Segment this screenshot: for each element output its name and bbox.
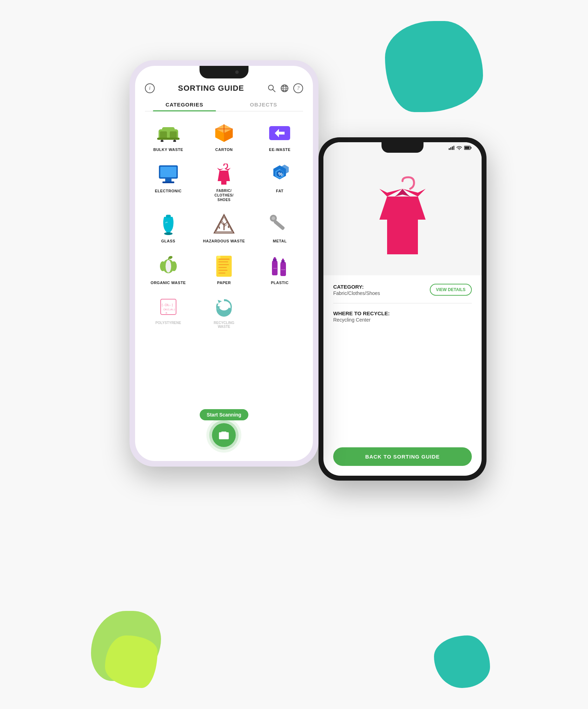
- tabs: CATEGORIES OBJECTS: [145, 98, 303, 111]
- paper-icon: [212, 254, 236, 278]
- category-polystyrene-partial[interactable]: [-CH₂-] CH(C₆H₅) n POLYSTYRENE: [142, 295, 194, 329]
- svg-rect-30: [160, 167, 176, 177]
- polystyrene-label: POLYSTYRENE: [155, 321, 181, 325]
- tab-categories[interactable]: CATEGORIES: [145, 98, 224, 111]
- category-row: CATEGORY: Fabric/Clothes/Shoes VIEW DETA…: [333, 284, 472, 296]
- recycling-icon: [212, 295, 236, 319]
- phone1-screen: i SORTING GUIDE ?: [135, 66, 313, 461]
- category-carton[interactable]: CARTON: [198, 118, 250, 156]
- category-recycling-partial[interactable]: RECYCLINGWASTE: [198, 295, 250, 329]
- svg-text:n: n: [166, 311, 167, 315]
- category-fat[interactable]: % FAT: [254, 159, 306, 206]
- back-to-sorting-guide-button[interactable]: BACK TO SORTING GUIDE: [333, 447, 472, 466]
- divider: [333, 303, 472, 303]
- svg-rect-57: [218, 261, 228, 262]
- category-info: CATEGORY: Fabric/Clothes/Shoes: [333, 284, 380, 296]
- globe-icon[interactable]: [280, 84, 289, 93]
- phone2-status-bar: [449, 146, 472, 150]
- recycle-value: Recycling Center: [333, 317, 472, 323]
- svg-rect-2: [452, 146, 453, 150]
- phone1-notch: [200, 66, 248, 78]
- categories-grid: BULKY WASTE CARTON: [135, 111, 313, 295]
- electronic-icon: [156, 163, 180, 186]
- svg-rect-60: [218, 270, 227, 271]
- svg-rect-49: [273, 220, 285, 230]
- svg-rect-15: [160, 131, 167, 138]
- svg-point-48: [272, 216, 275, 220]
- bulky-waste-icon: [156, 121, 180, 145]
- svg-rect-1: [450, 147, 451, 150]
- svg-rect-64: [274, 257, 276, 259]
- polystyrene-icon: [-CH₂-] CH(C₆H₅) n: [156, 295, 180, 319]
- organic-label: ORGANIC WASTE: [150, 280, 186, 285]
- recycle-row: WHERE TO RECYCLE: Recycling Center: [333, 310, 472, 323]
- view-details-button[interactable]: VIEW DETAILS: [430, 284, 472, 296]
- info-icon[interactable]: i: [145, 83, 155, 93]
- category-plastic[interactable]: PLASTIC: [254, 251, 306, 289]
- metal-icon: [268, 213, 292, 236]
- tab-objects[interactable]: OBJECTS: [224, 98, 303, 111]
- svg-text:[-CH₂-]: [-CH₂-]: [161, 304, 173, 307]
- svg-rect-69: [161, 299, 176, 315]
- svg-point-39: [164, 232, 173, 235]
- scene: CATEGORY: Fabric/Clothes/Shoes VIEW DETA…: [102, 39, 486, 670]
- svg-rect-31: [165, 179, 172, 181]
- camera-fab-button[interactable]: [212, 423, 236, 447]
- tshirt-image: [364, 170, 441, 261]
- svg-point-53: [166, 260, 171, 273]
- hazardous-icon: [212, 213, 236, 236]
- svg-rect-38: [166, 215, 171, 218]
- svg-text:CH(C₆H₅): CH(C₆H₅): [163, 308, 175, 311]
- svg-line-8: [273, 89, 275, 92]
- plastic-icon: [268, 254, 292, 278]
- electronic-label: ELECTRONIC: [155, 188, 182, 193]
- category-ee-waste[interactable]: EE-WASTE: [254, 118, 306, 156]
- phone2-screen: CATEGORY: Fabric/Clothes/Shoes VIEW DETA…: [323, 142, 482, 476]
- svg-rect-62: [217, 256, 220, 259]
- battery-icon: [464, 146, 472, 150]
- organic-icon: [156, 254, 180, 278]
- svg-rect-32: [162, 181, 174, 183]
- category-value: Fabric/Clothes/Shoes: [333, 290, 380, 296]
- category-electronic[interactable]: ELECTRONIC: [142, 159, 194, 206]
- phone2-notch: [382, 142, 424, 153]
- phone2: CATEGORY: Fabric/Clothes/Shoes VIEW DETA…: [318, 137, 486, 481]
- fabric-icon: [212, 163, 236, 186]
- phone1-notch-dot: [235, 70, 239, 74]
- question-icon[interactable]: ?: [293, 83, 303, 93]
- category-glass[interactable]: GLASS: [142, 209, 194, 247]
- search-icon[interactable]: [267, 84, 276, 92]
- category-organic[interactable]: ORGANIC WASTE: [142, 251, 194, 289]
- glass-icon: [156, 213, 180, 236]
- svg-rect-0: [449, 148, 450, 150]
- partial-items-row: [-CH₂-] CH(C₆H₅) n POLYSTYRENE: [135, 295, 313, 329]
- svg-rect-5: [465, 147, 470, 149]
- svg-rect-66: [282, 259, 284, 261]
- header-icons: ?: [267, 83, 303, 93]
- ee-waste-icon: [268, 121, 292, 145]
- svg-rect-6: [471, 147, 472, 149]
- category-label: CATEGORY:: [333, 284, 380, 290]
- svg-rect-19: [161, 140, 163, 142]
- scan-label: Start Scanning: [200, 409, 248, 420]
- svg-rect-17: [162, 127, 175, 131]
- ee-waste-label: EE-WASTE: [269, 147, 290, 152]
- svg-rect-56: [218, 259, 230, 260]
- product-image-area: [323, 142, 482, 275]
- fab-area: Start Scanning: [200, 409, 248, 447]
- category-paper[interactable]: PAPER: [198, 251, 250, 289]
- metal-label: METAL: [273, 239, 287, 243]
- glass-label: GLASS: [161, 239, 175, 243]
- bulky-waste-label: BULKY WASTE: [153, 147, 183, 152]
- category-fabric[interactable]: FABRIC/CLOTHES/SHOES: [198, 159, 250, 206]
- svg-rect-59: [218, 267, 227, 268]
- category-hazardous[interactable]: HAZARDOUS WASTE: [198, 209, 250, 247]
- fat-icon: %: [268, 163, 292, 186]
- category-bulky-waste[interactable]: BULKY WASTE: [142, 118, 194, 156]
- svg-rect-58: [218, 264, 229, 265]
- category-metal[interactable]: METAL: [254, 209, 306, 247]
- svg-rect-20: [173, 140, 176, 142]
- svg-rect-16: [170, 131, 177, 138]
- svg-point-51: [160, 261, 166, 271]
- svg-rect-18: [157, 138, 180, 140]
